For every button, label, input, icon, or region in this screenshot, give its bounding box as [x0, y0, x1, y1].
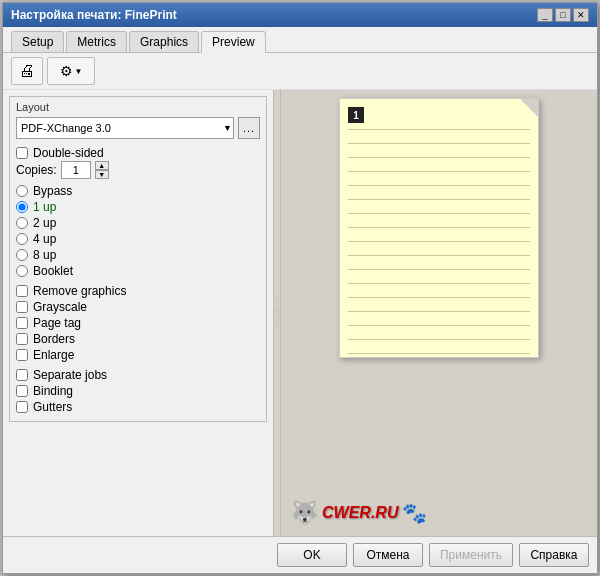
copies-spinner: ▲ ▼ — [95, 161, 109, 179]
page-line — [348, 297, 530, 298]
four-up-label: 4 up — [33, 232, 56, 246]
one-up-radio[interactable] — [16, 201, 28, 213]
one-up-row: 1 up — [16, 199, 260, 215]
page-line — [348, 143, 530, 144]
separate-jobs-label: Separate jobs — [33, 368, 107, 382]
close-button[interactable]: ✕ — [573, 8, 589, 22]
separate-jobs-checkbox[interactable] — [16, 369, 28, 381]
two-up-label: 2 up — [33, 216, 56, 230]
page-line — [348, 269, 530, 270]
layout-group-label: Layout — [16, 101, 260, 113]
enlarge-checkbox[interactable] — [16, 349, 28, 361]
booklet-row: Booklet — [16, 263, 260, 279]
window-title: Настройка печати: FinePrint — [11, 8, 177, 22]
printer-dropdown[interactable]: PDF-XChange 3.0 — [16, 117, 234, 139]
page-number-badge: 1 — [348, 107, 364, 123]
copies-row: Copies: ▲ ▼ — [16, 161, 260, 179]
page-line — [348, 311, 530, 312]
double-sided-checkbox[interactable] — [16, 147, 28, 159]
apply-button[interactable]: Применить — [429, 543, 513, 567]
title-controls: _ □ ✕ — [537, 8, 589, 22]
tab-metrics[interactable]: Metrics — [66, 31, 127, 52]
page-line — [348, 353, 530, 354]
page-line — [348, 227, 530, 228]
cancel-button[interactable]: Отмена — [353, 543, 423, 567]
gutters-row: Gutters — [16, 399, 260, 415]
eight-up-label: 8 up — [33, 248, 56, 262]
borders-checkbox[interactable] — [16, 333, 28, 345]
watermark-text: CWER.RU — [322, 504, 398, 522]
page-line — [348, 213, 530, 214]
page-tag-checkbox[interactable] — [16, 317, 28, 329]
printer-dropdown-wrapper: PDF-XChange 3.0 ▼ — [16, 117, 234, 139]
page-line — [348, 157, 530, 158]
page-line — [348, 199, 530, 200]
page-line — [348, 255, 530, 256]
title-bar: Настройка печати: FinePrint _ □ ✕ — [3, 3, 597, 27]
gutters-label: Gutters — [33, 400, 72, 414]
left-panel: Layout PDF-XChange 3.0 ▼ ... Double-side… — [3, 90, 273, 536]
grayscale-label: Grayscale — [33, 300, 87, 314]
page-line — [348, 283, 530, 284]
minimize-button[interactable]: _ — [537, 8, 553, 22]
booklet-label: Booklet — [33, 264, 73, 278]
borders-row: Borders — [16, 331, 260, 347]
page-line — [348, 241, 530, 242]
watermark-area: 🐺 CWER.RU 🐾 — [291, 500, 427, 526]
enlarge-label: Enlarge — [33, 348, 74, 362]
tab-preview[interactable]: Preview — [201, 31, 266, 53]
double-sided-label: Double-sided — [33, 146, 104, 160]
copies-label: Copies: — [16, 163, 57, 177]
page-line — [348, 171, 530, 172]
tabs-bar: Setup Metrics Graphics Preview — [3, 27, 597, 53]
printer-options-button[interactable]: ... — [238, 117, 260, 139]
splitter[interactable]: · · · — [273, 90, 281, 536]
printer-row: PDF-XChange 3.0 ▼ ... — [16, 117, 260, 139]
eight-up-radio[interactable] — [16, 249, 28, 261]
four-up-row: 4 up — [16, 231, 260, 247]
binding-row: Binding — [16, 383, 260, 399]
tab-graphics[interactable]: Graphics — [129, 31, 199, 52]
separate-jobs-row: Separate jobs — [16, 367, 260, 383]
tab-setup[interactable]: Setup — [11, 31, 64, 52]
copies-input[interactable] — [61, 161, 91, 179]
double-sided-row: Double-sided — [16, 145, 260, 161]
two-up-radio[interactable] — [16, 217, 28, 229]
maximize-button[interactable]: □ — [555, 8, 571, 22]
remove-graphics-label: Remove graphics — [33, 284, 126, 298]
settings-button[interactable]: ⚙ ▼ — [47, 57, 95, 85]
toolbar: 🖨 ⚙ ▼ — [3, 53, 597, 90]
binding-checkbox[interactable] — [16, 385, 28, 397]
enlarge-row: Enlarge — [16, 347, 260, 363]
copies-up-button[interactable]: ▲ — [95, 161, 109, 170]
gear-chevron-icon: ▼ — [75, 67, 83, 76]
grayscale-checkbox[interactable] — [16, 301, 28, 313]
eight-up-row: 8 up — [16, 247, 260, 263]
gutters-checkbox[interactable] — [16, 401, 28, 413]
remove-graphics-checkbox[interactable] — [16, 285, 28, 297]
page-corner-fold — [520, 99, 538, 117]
page-lines — [348, 129, 530, 349]
booklet-radio[interactable] — [16, 265, 28, 277]
main-window: Настройка печати: FinePrint _ □ ✕ Setup … — [2, 2, 598, 574]
layout-group: Layout PDF-XChange 3.0 ▼ ... Double-side… — [9, 96, 267, 422]
remove-graphics-row: Remove graphics — [16, 283, 260, 299]
borders-label: Borders — [33, 332, 75, 346]
gear-icon: ⚙ — [60, 63, 73, 79]
four-up-radio[interactable] — [16, 233, 28, 245]
bypass-radio[interactable] — [16, 185, 28, 197]
main-content: Layout PDF-XChange 3.0 ▼ ... Double-side… — [3, 90, 597, 536]
two-up-row: 2 up — [16, 215, 260, 231]
one-up-label: 1 up — [33, 200, 56, 214]
page-line — [348, 339, 530, 340]
help-button[interactable]: Справка — [519, 543, 589, 567]
ok-button[interactable]: OK — [277, 543, 347, 567]
preview-page: 1 — [339, 98, 539, 358]
bypass-row: Bypass — [16, 183, 260, 199]
grayscale-row: Grayscale — [16, 299, 260, 315]
print-button[interactable]: 🖨 — [11, 57, 43, 85]
page-line — [348, 129, 530, 130]
copies-down-button[interactable]: ▼ — [95, 170, 109, 179]
binding-label: Binding — [33, 384, 73, 398]
bottom-bar: OK Отмена Применить Справка — [3, 536, 597, 573]
